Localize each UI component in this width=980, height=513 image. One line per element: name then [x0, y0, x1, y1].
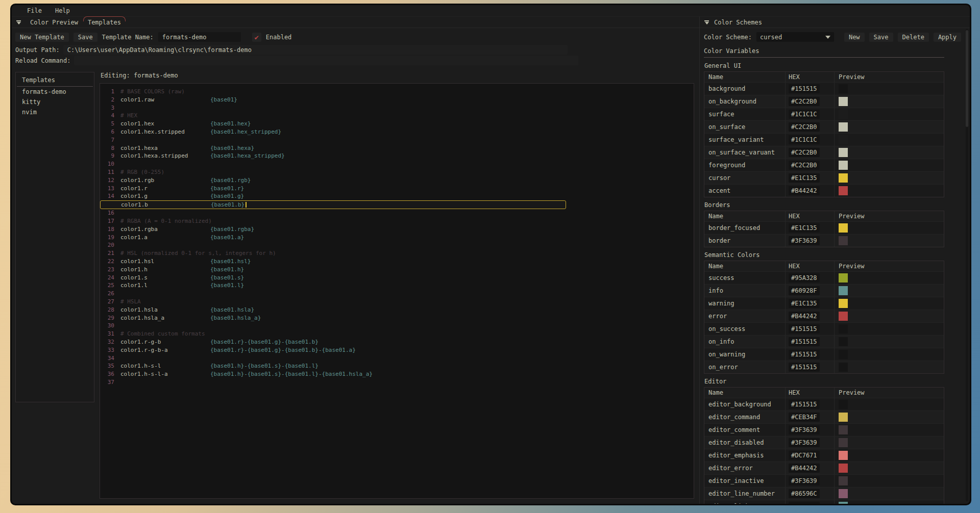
color-swatch[interactable] [839, 223, 848, 233]
table-row[interactable]: warning#E1C135 [704, 297, 944, 310]
table-row[interactable]: on_surface#C2C2B0 [704, 120, 944, 133]
color-swatch[interactable] [839, 110, 848, 119]
editor-line[interactable]: 12color1.rgb{base01.rgb} [100, 176, 694, 185]
color-swatch[interactable] [839, 337, 848, 346]
tab-templates[interactable]: Templates [87, 18, 122, 27]
editor-line[interactable]: 27# HSLA [100, 298, 694, 306]
editor-line[interactable]: 34 [100, 354, 694, 363]
table-row[interactable]: foreground#C2C2B0 [704, 159, 944, 171]
hex-input[interactable]: #C2C2B0 [789, 97, 820, 106]
editor-line[interactable]: 18color1.rgba{base01.rgba} [100, 225, 694, 234]
hex-input[interactable]: #DC7671 [789, 451, 820, 460]
editor-line[interactable]: 21# HSL (normalized 0-1 for s,l, integer… [100, 249, 694, 258]
hex-input[interactable]: #1C1C1C [789, 110, 820, 119]
table-row[interactable]: editor_inactive#3F3639 [704, 474, 944, 487]
color-swatch[interactable] [839, 464, 848, 473]
hex-input[interactable]: #95A328 [789, 273, 820, 283]
reload-command-input[interactable] [74, 56, 578, 65]
table-row[interactable]: on_info#151515 [704, 335, 944, 348]
color-swatch[interactable] [839, 173, 848, 183]
editor-line[interactable]: 7 [100, 136, 694, 144]
collapse-panel-icon[interactable] [16, 20, 21, 24]
hex-input[interactable]: #B44242 [789, 312, 820, 321]
color-swatch[interactable] [839, 273, 848, 283]
editor-line[interactable]: 10 [100, 160, 694, 168]
editor-line[interactable]: 13color1.r{base01.r} [100, 185, 694, 193]
table-row[interactable]: success#95A328 [704, 271, 944, 284]
new-template-button[interactable]: New Template [15, 33, 69, 42]
editor-line[interactable]: 3 [100, 104, 694, 112]
scheme-apply-button[interactable]: Apply [934, 33, 961, 42]
template-name-input[interactable]: formats-demo [158, 32, 241, 42]
color-swatch[interactable] [839, 299, 848, 308]
editor-line[interactable]: 2color1.raw{base01} [100, 96, 694, 104]
table-row[interactable]: editor_comment#3F3639 [704, 423, 944, 436]
table-row[interactable]: on_error#151515 [704, 361, 944, 373]
color-swatch[interactable] [839, 286, 848, 295]
save-template-button[interactable]: Save [74, 33, 97, 42]
color-scheme-select[interactable]: cursed [756, 32, 834, 42]
hex-input[interactable]: #3F3639 [789, 425, 820, 434]
hex-input[interactable]: #3F3639 [789, 236, 820, 245]
hex-input[interactable]: #151515 [789, 337, 820, 346]
color-swatch[interactable] [839, 350, 848, 359]
editor-line[interactable]: 19color1.a{base01.a} [100, 234, 694, 242]
hex-input[interactable]: #151515 [789, 350, 820, 359]
editor-line[interactable]: 5color1.hex{base01.hex} [100, 120, 694, 128]
editor-line[interactable]: 30 [100, 322, 694, 330]
scrollbar[interactable] [966, 29, 968, 501]
color-swatch[interactable] [839, 400, 848, 409]
editor-line[interactable]: 17# RGBA (A = 0-1 normalized) [100, 217, 694, 225]
editor-line-editing[interactable]: color1.b{base01.b} [100, 200, 566, 209]
color-swatch[interactable] [839, 97, 848, 106]
color-swatch[interactable] [839, 312, 848, 321]
hex-input[interactable]: #C2C2B0 [789, 148, 820, 157]
hex-input[interactable]: #151515 [789, 324, 820, 334]
tab-color-preview[interactable]: Color Preview [29, 18, 79, 27]
hex-input[interactable]: #60928F [789, 502, 820, 504]
table-row[interactable]: border_focused#E1C135 [704, 221, 944, 234]
color-swatch[interactable] [839, 363, 848, 372]
color-swatch[interactable] [839, 324, 848, 334]
table-row[interactable]: on_surface_varuant#C2C2B0 [704, 146, 944, 159]
table-row[interactable]: editor_link#60928F [704, 500, 944, 504]
scheme-delete-button[interactable]: Delete [898, 33, 929, 42]
editor-line[interactable]: 16 [100, 209, 694, 217]
color-swatch[interactable] [839, 502, 848, 504]
hex-input[interactable]: #CEB34F [789, 413, 820, 422]
editor-line[interactable]: 1# BASE COLORS (raw) [100, 88, 694, 96]
color-swatch[interactable] [839, 476, 848, 485]
menu-item-help[interactable]: Help [55, 7, 70, 14]
editor-line[interactable]: 33color1.r-g-b-a{base01.r}-{base01.g}-{b… [100, 346, 694, 354]
color-swatch[interactable] [839, 135, 848, 144]
hex-input[interactable]: #151515 [789, 363, 820, 372]
editor-line[interactable]: 31# Combined custom formats [100, 330, 694, 338]
editor-line[interactable]: 11# RGB (0-255) [100, 168, 694, 176]
table-row[interactable]: editor_disabled#3F3639 [704, 436, 944, 449]
color-swatch[interactable] [839, 438, 848, 447]
table-row[interactable]: accent#B44242 [704, 184, 944, 197]
hex-input[interactable]: #C2C2B0 [789, 161, 820, 170]
table-row[interactable]: editor_command#CEB34F [704, 411, 944, 423]
hex-input[interactable]: #E1C135 [789, 223, 820, 233]
table-row[interactable]: editor_line_number#86596C [704, 487, 944, 500]
color-swatch[interactable] [839, 413, 848, 422]
hex-input[interactable]: #151515 [789, 400, 820, 409]
table-row[interactable]: error#B44242 [704, 310, 944, 322]
color-swatch[interactable] [839, 489, 848, 498]
color-swatch[interactable] [839, 451, 848, 460]
table-row[interactable]: cursor#E1C135 [704, 171, 944, 184]
hex-input[interactable]: #E1C135 [789, 299, 820, 308]
table-row[interactable]: editor_error#B44242 [704, 461, 944, 474]
hex-input[interactable]: #1C1C1C [789, 135, 820, 144]
editor-line[interactable]: 20 [100, 241, 694, 249]
table-row[interactable]: background#151515 [704, 82, 944, 95]
editor-line[interactable]: 6color1.hex.stripped{base01.hex_stripped… [100, 128, 694, 136]
editor-line[interactable]: 36color1.h-s-l-a{base01.h}-{base01.s}-{b… [100, 370, 694, 378]
color-swatch[interactable] [839, 122, 848, 132]
table-row[interactable]: surface#1C1C1C [704, 108, 944, 120]
output-path-input[interactable]: C:\Users\user\AppData\Roaming\clrsync\fo… [63, 45, 568, 55]
enabled-checkbox[interactable]: ✔ [252, 33, 261, 42]
hex-input[interactable]: #151515 [789, 84, 820, 93]
editor-line[interactable]: 9color1.hexa.stripped{base01.hexa_stripp… [100, 152, 694, 160]
